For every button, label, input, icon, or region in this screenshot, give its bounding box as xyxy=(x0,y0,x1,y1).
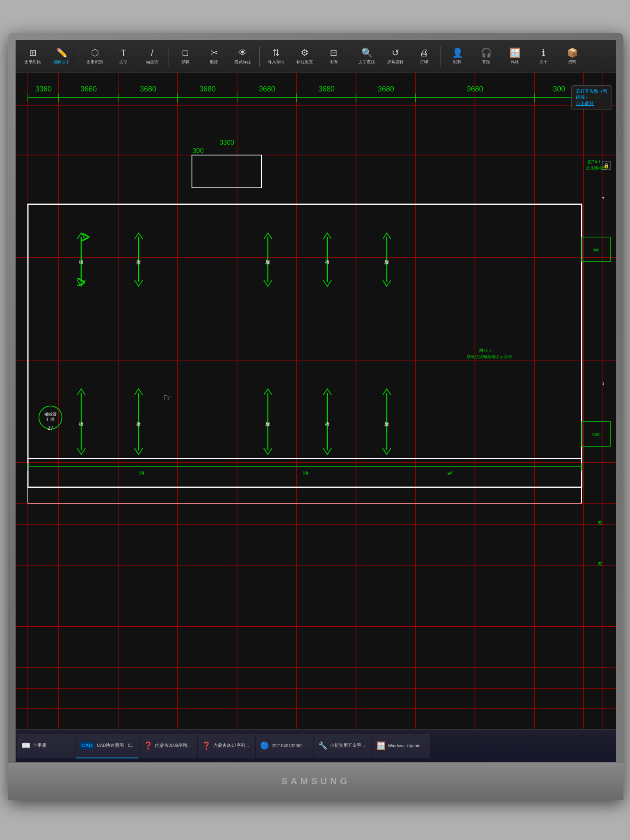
toolbar-item-about[interactable]: ℹ 关于 xyxy=(530,43,557,71)
toolbar-label-edit-helper: 编辑助手 xyxy=(53,59,70,65)
toolbar-item-draw-line[interactable]: / 画直线 xyxy=(138,43,166,71)
notification-link[interactable]: 点击此处 xyxy=(576,101,594,106)
svg-text:板: 板 xyxy=(324,421,330,427)
svg-text:27: 27 xyxy=(48,425,53,431)
toolbar-label-delete: 删除 xyxy=(210,59,218,65)
toolbar-item-style[interactable]: 🪟 风格 xyxy=(501,43,529,71)
taskbar-item-hardware[interactable]: 🔧 小新实用五金手... xyxy=(314,734,372,758)
svg-text:3680: 3680 xyxy=(467,85,483,93)
toolbar-item-text-search[interactable]: 🔍 文字查找 xyxy=(353,43,381,71)
taskbar-label-hardware: 小新实用五金手... xyxy=(330,743,365,749)
taskbar-item-file2021[interactable]: 🔵 2021040102362... xyxy=(256,734,313,758)
toolbar-item-delete[interactable]: ✂ 删除 xyxy=(200,43,228,71)
toolbar-separator xyxy=(259,46,260,67)
taskbar-label-winupdate: Windows Update xyxy=(388,743,420,748)
toolbar-item-text[interactable]: T 文字 xyxy=(110,43,137,71)
toolbar-label-import-export: 导入导出 xyxy=(268,59,284,65)
svg-text:板: 板 xyxy=(384,421,389,427)
taskbar-icon-cad-app: CAD xyxy=(80,742,94,749)
taskbar-item-neimenggu2017[interactable]: ❓ 内蒙古2017序列... xyxy=(198,734,255,758)
svg-text:3660: 3660 xyxy=(80,85,97,93)
taskbar-item-neimenggu2009[interactable]: ❓ 内蒙古2009序列... xyxy=(139,734,197,758)
toolbar-label-draw-line: 画直线 xyxy=(146,59,158,65)
taskbar: 📖 全手册 CAD CAD快速看图 - C... ❓ 内蒙古2009序列... … xyxy=(16,729,616,762)
toolbar-icon-nickname: 👤 xyxy=(452,48,463,57)
toolbar-icon-label-settings: ⚙ xyxy=(301,48,309,57)
taskbar-icon-hardware: 🔧 xyxy=(318,741,327,750)
svg-text:3300: 3300 xyxy=(219,139,234,146)
svg-text:板: 板 xyxy=(136,259,141,265)
taskbar-icon-winupdate: 🪟 xyxy=(377,741,386,750)
taskbar-item-manual[interactable]: 📖 全手册 xyxy=(17,734,75,758)
toolbar-item-answer[interactable]: 🎧 答疑 xyxy=(472,43,500,71)
toolbar-item-edit-helper[interactable]: ✏️ 编辑助手 xyxy=(48,43,75,71)
toolbar-icon-ratio: ⊟ xyxy=(330,48,337,57)
taskbar-icon-neimenggu2017: ❓ xyxy=(202,741,211,750)
toolbar-label-style: 风格 xyxy=(511,59,519,65)
toolbar-separator xyxy=(78,46,78,67)
svg-text:察: 察 xyxy=(598,561,603,566)
toolbar-item-label-settings[interactable]: ⚙ 标注设置 xyxy=(291,43,319,71)
toolbar-icon-print: 🖨 xyxy=(420,48,429,57)
svg-text:墙板抗拔螺栓锚固示意列: 墙板抗拔螺栓锚固示意列 xyxy=(466,354,512,359)
toolbar-item-nickname[interactable]: 👤 昵称 xyxy=(443,43,471,71)
toolbar-icon-compare: ⊞ xyxy=(29,48,37,57)
toolbar: ⊞ 图纸对比 ✏️ 编辑助手 ⬡ 图形识别 T 文字 / 画直线 □ 形状 ✂ … xyxy=(16,40,616,73)
toolbar-item-compare[interactable]: ⊞ 图纸对比 xyxy=(19,43,47,71)
monitor-screen: ⊞ 图纸对比 ✏️ 编辑助手 ⬡ 图形识别 T 文字 / 画直线 □ 形状 ✂ … xyxy=(16,40,616,762)
notification-text2: 码等） xyxy=(576,95,589,100)
toolbar-icon-delete: ✂ xyxy=(210,48,218,57)
toolbar-icon-answer: 🎧 xyxy=(481,48,492,57)
svg-text:3000: 3000 xyxy=(591,432,601,437)
svg-rect-0 xyxy=(16,73,616,729)
toolbar-item-print[interactable]: 🖨 打印 xyxy=(410,43,438,71)
toolbar-label-hide-label: 隐藏标注 xyxy=(235,59,251,65)
toolbar-icon-about: ℹ xyxy=(542,48,545,57)
toolbar-item-shape-recog[interactable]: ⬡ 图形识别 xyxy=(81,43,109,71)
toolbar-label-answer: 答疑 xyxy=(482,59,490,65)
toolbar-label-shape-recog: 图形识别 xyxy=(87,59,103,65)
toolbar-icon-resource: 📦 xyxy=(567,48,578,57)
toolbar-label-shape: 形状 xyxy=(181,59,189,65)
toolbar-separator xyxy=(350,46,350,67)
svg-text:板: 板 xyxy=(324,259,330,265)
toolbar-separator xyxy=(169,46,169,67)
cad-drawing-area[interactable]: 3360 3660 3680 3680 3680 3680 3680 3680 … xyxy=(16,73,616,729)
svg-text:板: 板 xyxy=(265,259,270,265)
toolbar-icon-edit-helper: ✏️ xyxy=(56,48,67,57)
taskbar-label-neimenggu2017: 内蒙古2017序列... xyxy=(213,743,249,749)
svg-text:孔洞: 孔洞 xyxy=(46,417,55,422)
svg-text:3680: 3680 xyxy=(259,85,275,93)
taskbar-label-neimenggu2009: 内蒙古2009序列... xyxy=(155,743,191,749)
toolbar-label-compare: 图纸对比 xyxy=(25,59,41,65)
toolbar-icon-shape: □ xyxy=(183,48,188,57)
taskbar-label-cad-app: CAD快速看图 - C... xyxy=(97,743,135,749)
taskbar-icon-file2021: 🔵 xyxy=(260,741,269,750)
toolbar-icon-shape-recog: ⬡ xyxy=(91,48,99,57)
notification-popup[interactable]: 若打开失败（密 码等） 点击此处 xyxy=(571,85,612,110)
taskbar-item-winupdate[interactable]: 🪟 Windows Update xyxy=(372,734,430,758)
toolbar-item-ratio[interactable]: ⊟ 比例 xyxy=(320,43,347,71)
toolbar-label-about: 关于 xyxy=(539,59,548,65)
svg-text:板: 板 xyxy=(78,421,84,427)
taskbar-label-manual: 全手册 xyxy=(33,743,46,749)
toolbar-label-ratio: 比例 xyxy=(329,59,338,65)
monitor-frame: ⊞ 图纸对比 ✏️ 编辑助手 ⬡ 图形识别 T 文字 / 画直线 □ 形状 ✂ … xyxy=(8,33,623,800)
toolbar-label-screen-rotate: 屏幕旋转 xyxy=(387,59,404,65)
svg-text:300: 300 xyxy=(553,85,565,93)
notification-text: 若打开失败（密 xyxy=(576,89,607,94)
svg-text:察: 察 xyxy=(598,520,603,525)
toolbar-item-screen-rotate[interactable]: ↺ 屏幕旋转 xyxy=(381,43,409,71)
svg-text:300: 300 xyxy=(193,147,204,154)
svg-text:3680: 3680 xyxy=(378,85,394,93)
svg-text:板: 板 xyxy=(78,259,84,265)
toolbar-item-shape[interactable]: □ 形状 xyxy=(171,43,199,71)
monitor-brand-label: SAMSUNG xyxy=(281,776,350,787)
toolbar-item-hide-label[interactable]: 👁 隐藏标注 xyxy=(229,43,257,71)
taskbar-item-cad-app[interactable]: CAD CAD快速看图 - C... xyxy=(75,734,139,758)
svg-text:图7.6-1: 图7.6-1 xyxy=(588,160,600,164)
toolbar-item-import-export[interactable]: ⇅ 导入导出 xyxy=(262,43,290,71)
toolbar-label-text-search: 文字查找 xyxy=(358,59,375,65)
svg-text:5#: 5# xyxy=(139,470,144,476)
toolbar-item-resource[interactable]: 📦 资料 xyxy=(558,43,586,71)
